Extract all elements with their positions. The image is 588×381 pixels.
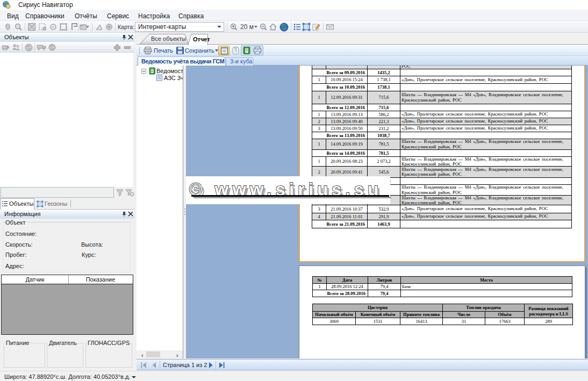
svg-text:?: ? (234, 48, 237, 54)
